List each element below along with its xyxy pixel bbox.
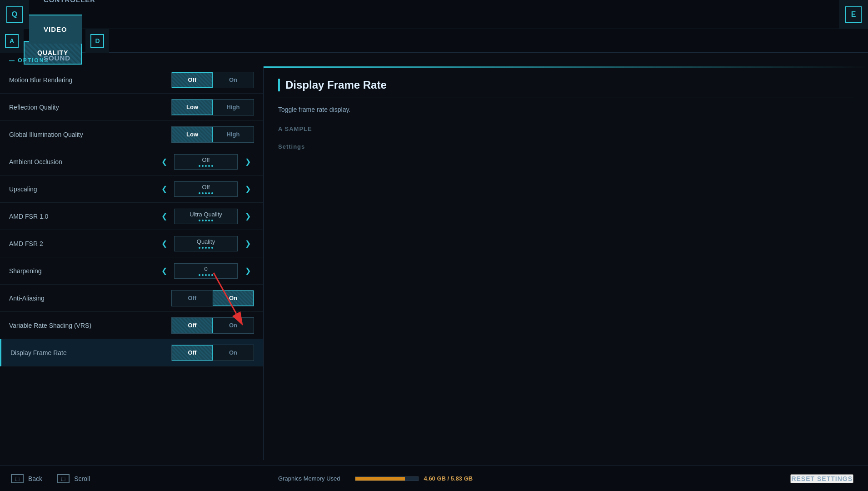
spinner-right-sharpening[interactable]: ❯	[241, 263, 254, 279]
settings-panel: Motion Blur RenderingOffOnReflection Qua…	[0, 66, 264, 460]
detail-sample-label: A SAMPLE	[278, 125, 853, 132]
spinner-right-upscaling[interactable]: ❯	[241, 181, 254, 197]
spinner-group-amd-fsr-10: ❮Ultra Quality❯	[158, 209, 254, 224]
toggle-group-reflection-quality: LowHigh	[171, 99, 254, 115]
a-icon: A	[5, 34, 19, 48]
spinner-group-ambient-occlusion: ❮Off❯	[158, 154, 254, 170]
toggle-btn-display-frame-rate-off[interactable]: Off	[172, 345, 213, 361]
setting-label-anti-aliasing: Anti-Aliasing	[9, 295, 45, 302]
spinner-left-amd-fsr-10[interactable]: ❮	[158, 209, 170, 224]
a-icon-container: A	[0, 29, 24, 53]
detail-description: Toggle frame rate display.	[278, 105, 853, 115]
setting-label-upscaling: Upscaling	[9, 185, 37, 193]
setting-label-motion-blur-rendering: Motion Blur Rendering	[9, 76, 72, 84]
spinner-value-upscaling: Off	[174, 181, 238, 197]
toggle-group-anti-aliasing: OffOn	[171, 290, 254, 306]
detail-title-bar	[278, 79, 280, 91]
toggle-btn-global-illumination-quality-low[interactable]: Low	[172, 127, 213, 142]
spinner-right-ambient-occlusion[interactable]: ❯	[241, 154, 254, 170]
spinner-value-amd-fsr-2: Quality	[174, 236, 238, 251]
memory-bar-outer	[355, 476, 419, 481]
spinner-value-sharpening: 0	[174, 263, 238, 279]
memory-bar-inner	[355, 477, 405, 481]
setting-row-reflection-quality[interactable]: Reflection QualityLowHigh	[0, 94, 263, 121]
top-nav: Q GeneralMouse/KeyboardControllerVideoSo…	[0, 0, 868, 29]
toggle-btn-variable-rate-shading-on[interactable]: On	[213, 318, 254, 333]
nav-tab-controller[interactable]: Controller	[29, 0, 110, 15]
setting-row-upscaling[interactable]: Upscaling❮Off❯	[0, 175, 263, 203]
memory-bar-container: 4.60 GB / 5.83 GB	[355, 475, 473, 482]
nav-tab-video[interactable]: Video	[29, 15, 82, 44]
reset-settings-button[interactable]: Reset Settings	[790, 474, 853, 483]
memory-text: 4.60 GB / 5.83 GB	[424, 475, 473, 482]
setting-label-amd-fsr-10: AMD FSR 1.0	[9, 213, 48, 220]
spinner-group-upscaling: ❮Off❯	[158, 181, 254, 197]
toggle-btn-reflection-quality-high[interactable]: High	[213, 100, 254, 115]
setting-label-amd-fsr-2: AMD FSR 2	[9, 240, 43, 247]
setting-row-variable-rate-shading[interactable]: Variable Rate Shading (VRS)OffOn	[0, 312, 263, 339]
toggle-btn-motion-blur-rendering-off[interactable]: Off	[172, 72, 213, 88]
toggle-group-display-frame-rate: OffOn	[171, 345, 254, 361]
toggle-group-motion-blur-rendering: OffOn	[171, 72, 254, 88]
detail-panel: Display Frame Rate Toggle frame rate dis…	[264, 66, 868, 460]
scroll-icon: ⬚	[57, 474, 70, 483]
detail-inner: Display Frame Rate Toggle frame rate dis…	[264, 68, 868, 161]
bottom-controls: ⬚ Back ⬚ Scroll	[11, 474, 90, 483]
spinner-right-amd-fsr-2[interactable]: ❯	[241, 236, 254, 251]
setting-row-amd-fsr-2[interactable]: AMD FSR 2❮Quality❯	[0, 230, 263, 257]
spinner-group-amd-fsr-2: ❮Quality❯	[158, 236, 254, 251]
toggle-btn-motion-blur-rendering-on[interactable]: On	[213, 72, 254, 88]
bottom-bar: ⬚ Back ⬚ Scroll	[0, 466, 264, 491]
spinner-right-amd-fsr-10[interactable]: ❯	[241, 209, 254, 224]
d-icon: D	[90, 34, 104, 48]
scroll-button[interactable]: ⬚ Scroll	[57, 474, 90, 483]
toggle-btn-anti-aliasing-off[interactable]: Off	[172, 291, 213, 306]
spinner-left-upscaling[interactable]: ❮	[158, 181, 170, 197]
setting-row-motion-blur-rendering[interactable]: Motion Blur RenderingOffOn	[0, 66, 263, 94]
toggle-btn-display-frame-rate-on[interactable]: On	[213, 345, 254, 361]
setting-label-sharpening: Sharpening	[9, 267, 42, 275]
d-icon-container: D	[85, 29, 109, 53]
spinner-group-sharpening: ❮0❯	[158, 263, 254, 279]
setting-label-global-illumination-quality: Global Illumination Quality	[9, 131, 83, 138]
e-icon: E	[845, 6, 862, 23]
toggle-btn-reflection-quality-low[interactable]: Low	[172, 100, 213, 115]
spinner-left-ambient-occlusion[interactable]: ❮	[158, 154, 170, 170]
setting-label-reflection-quality: Reflection Quality	[9, 104, 59, 111]
back-button[interactable]: ⬚ Back	[11, 474, 42, 483]
memory-label: Graphics Memory Used	[278, 475, 340, 482]
setting-label-variable-rate-shading: Variable Rate Shading (VRS)	[9, 322, 91, 329]
setting-row-anti-aliasing[interactable]: Anti-AliasingOffOn	[0, 285, 263, 312]
setting-row-amd-fsr-10[interactable]: AMD FSR 1.0❮Ultra Quality❯	[0, 203, 263, 230]
toggle-btn-anti-aliasing-on[interactable]: On	[213, 291, 254, 306]
detail-title: Display Frame Rate	[278, 79, 853, 97]
spinner-left-amd-fsr-2[interactable]: ❮	[158, 236, 170, 251]
spinner-value-amd-fsr-10: Ultra Quality	[174, 209, 238, 224]
toggle-group-variable-rate-shading: OffOn	[171, 317, 254, 334]
main-content: Motion Blur RenderingOffOnReflection Qua…	[0, 66, 868, 460]
scroll-label: Scroll	[74, 475, 90, 482]
back-label: Back	[28, 475, 42, 482]
spinner-value-ambient-occlusion: Off	[174, 154, 238, 170]
back-icon: ⬚	[11, 474, 24, 483]
toggle-btn-global-illumination-quality-high[interactable]: High	[213, 127, 254, 142]
spinner-left-sharpening[interactable]: ❮	[158, 263, 170, 279]
memory-section: Graphics Memory Used 4.60 GB / 5.83 GB R…	[264, 466, 868, 491]
detail-settings-label: Settings	[278, 143, 853, 150]
e-icon-button[interactable]: E	[839, 0, 868, 29]
setting-row-ambient-occlusion[interactable]: Ambient Occlusion❮Off❯	[0, 148, 263, 175]
setting-label-ambient-occlusion: Ambient Occlusion	[9, 158, 62, 165]
toggle-group-global-illumination-quality: LowHigh	[171, 126, 254, 143]
setting-label-display-frame-rate: Display Frame Rate	[10, 349, 67, 356]
toggle-btn-variable-rate-shading-off[interactable]: Off	[172, 318, 213, 333]
setting-row-global-illumination-quality[interactable]: Global Illumination QualityLowHigh	[0, 121, 263, 148]
q-icon: Q	[6, 6, 23, 23]
settings-list: Motion Blur RenderingOffOnReflection Qua…	[0, 66, 263, 366]
setting-row-display-frame-rate[interactable]: Display Frame RateOffOn	[0, 339, 263, 366]
setting-row-sharpening[interactable]: Sharpening❮0❯	[0, 257, 263, 285]
